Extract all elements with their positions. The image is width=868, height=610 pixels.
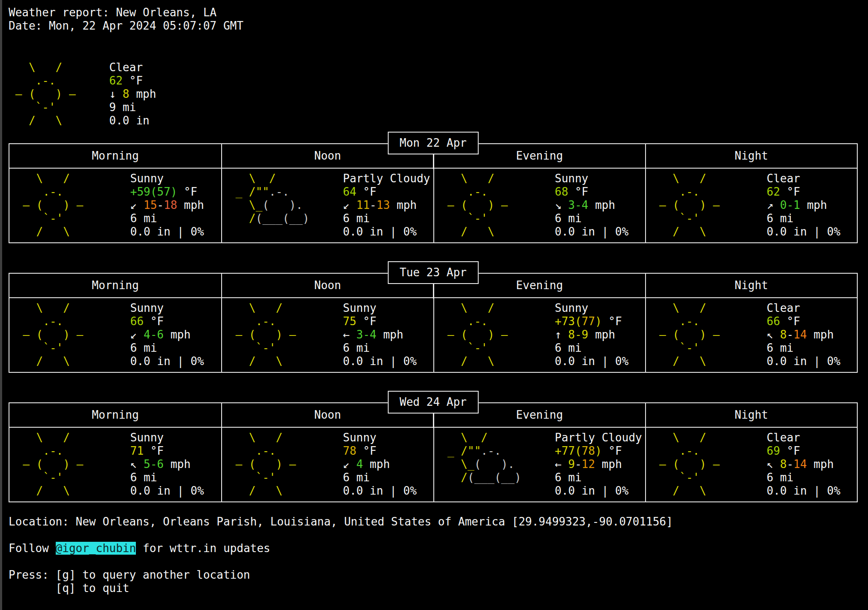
date-box: Mon 22 Apr [387, 132, 479, 154]
follow-suffix: for wttr.in updates [136, 542, 270, 555]
text-segment: 0.0 in | 0% [343, 355, 417, 368]
colored-text-segment: 8-9 [568, 328, 589, 341]
text-segment: Clear [766, 172, 800, 185]
press-instructions: Press: [g] to query another location [q]… [9, 568, 858, 595]
colored-text-segment: 3-4 [356, 328, 376, 341]
text-segment: ↗ [766, 199, 780, 211]
colored-text-segment: 75 [343, 315, 356, 328]
colored-text-segment: .-. [441, 315, 488, 328]
colored-text-segment: / \ [229, 355, 282, 368]
text-segment: Partly Cloudy [343, 172, 430, 185]
colored-text-segment: / \ [16, 225, 70, 238]
text-segment: Partly Cloudy [555, 431, 642, 444]
text-segment: ↙ [130, 328, 144, 341]
wind-text: ↙ 4-6 mph [130, 328, 204, 341]
colored-text-segment: _ /"" [441, 444, 481, 457]
text-segment: 6 mi [766, 341, 793, 354]
sun-art: \ / .-. ― ( ) ― `-' / \ [646, 172, 767, 239]
weather-info: Clear62 °F↗ 0-1 mph6 mi0.0 in | 0% [766, 172, 840, 239]
colored-text-segment: ― ( ) ― [16, 328, 84, 341]
text-segment: 9 mi [109, 101, 136, 114]
text-segment: 0.0 in | 0% [130, 225, 204, 238]
temperature-text: 66 °F [766, 315, 840, 328]
colored-text-segment: 11 [356, 199, 369, 211]
colored-text-segment: 8 [780, 328, 787, 341]
partly-cloudy-art: \ / _ /"".-. \_( ). /(___(__) [222, 172, 343, 239]
temperature-text: 78 °F [343, 444, 417, 458]
colored-text-segment: `-' [9, 101, 56, 114]
colored-text-segment: \ / [652, 302, 706, 314]
text-segment: 0.0 in | 0% [130, 484, 204, 497]
text-segment: ↓ [109, 88, 123, 100]
text-segment: 6 mi [343, 212, 370, 225]
text-segment: Sunny [555, 302, 588, 314]
text-segment: 6 mi [130, 341, 157, 354]
precipitation-text: 0.0 in | 0% [343, 484, 417, 498]
weather-info: Partly Cloudy64 °F↙ 11-13 mph6 mi0.0 in … [343, 172, 430, 239]
text-segment: mph [589, 199, 616, 211]
text-segment: mph [164, 458, 191, 471]
forecast-cell-noon: \ / _ /"".-. \_( ). /(___(__) Partly Clo… [221, 169, 433, 242]
colored-text-segment: 18 [164, 199, 177, 211]
wind-text: ↖ 5-6 mph [130, 458, 204, 471]
colored-text-segment: 14 [793, 328, 807, 341]
visibility-text: 6 mi [130, 471, 204, 484]
text-segment: 0.0 in | 0% [766, 484, 840, 497]
location-line: Location: New Orleans, Orleans Parish, L… [9, 515, 858, 528]
terminal-scrollbar[interactable] [0, 0, 2, 610]
temperature-text: +59(57) °F [130, 185, 204, 199]
colored-text-segment: ― ( ) ― [16, 199, 84, 211]
colored-text-segment: .-. [441, 185, 488, 198]
colored-text-segment: \ / [16, 431, 70, 444]
press-query-line: Press: [g] to query another location [9, 568, 858, 582]
text-segment: - [370, 199, 377, 211]
colored-text-segment: \ / [9, 61, 62, 74]
colored-text-segment: ― ( ) ― [229, 328, 296, 341]
text-segment: 0.0 in | 0% [555, 225, 628, 238]
text-segment: 0.0 in | 0% [130, 355, 204, 368]
text-segment: 6 mi [130, 471, 157, 484]
text-segment: ↖ [130, 458, 144, 471]
text-segment: Sunny [343, 302, 376, 314]
colored-text-segment: \ / [441, 172, 494, 185]
text-segment: 6 mi [766, 212, 793, 225]
text-segment: °F [144, 315, 164, 328]
text-segment: °F [144, 444, 164, 457]
colored-text-segment: ( ). [262, 199, 303, 211]
colored-text-segment: 69 [766, 444, 780, 457]
precipitation-text: 0.0 in | 0% [343, 355, 417, 368]
colored-text-segment: `-' [229, 341, 276, 354]
colored-text-segment: 68 [555, 185, 568, 198]
visibility-text: 6 mi [343, 471, 417, 484]
colored-text-segment: ( ). [474, 458, 514, 471]
visibility-text: 6 mi [130, 212, 204, 225]
wind-text: ↙ 15-18 mph [130, 199, 204, 212]
colored-text-segment: / \ [441, 225, 494, 238]
text-segment: ↙ [343, 199, 356, 211]
colored-text-segment: \ / [16, 172, 70, 185]
date-box-stem [433, 154, 434, 169]
weather-info: Clear69 °F↖ 8-14 mph6 mi0.0 in | 0% [766, 431, 840, 498]
sun-art: \ / .-. ― ( ) ― `-' / \ [222, 431, 343, 498]
text-segment: 6 mi [766, 471, 793, 484]
colored-text-segment: / \ [652, 484, 706, 497]
text-segment: - [787, 328, 793, 341]
colored-text-segment: .-. [652, 185, 700, 198]
text-segment: ↖ [766, 458, 780, 471]
colored-text-segment: / [229, 212, 256, 225]
forecast-cell-noon: \ / .-. ― ( ) ― `-' / \ Sunny78 °F↙ 4 mp… [221, 428, 433, 501]
temperature-text: 62 °F [109, 74, 156, 88]
igor-chubin-handle[interactable]: @igor_chubin [56, 542, 136, 555]
text-segment: Clear [766, 431, 800, 444]
sun-art: \ / .-. ― ( ) ― `-' / \ [222, 302, 343, 368]
sun-art: \ / .-. ― ( ) ― `-' / \ [9, 61, 109, 127]
colored-text-segment: 12 [582, 458, 595, 471]
colored-text-segment: ― ( ) ― [441, 199, 508, 211]
text-segment: mph [363, 458, 390, 471]
colored-text-segment: \ / [441, 302, 494, 314]
colored-text-segment: +59(57) [130, 185, 177, 198]
condition-text: Clear [766, 172, 840, 185]
visibility-text: 6 mi [130, 341, 204, 355]
weather-info: Sunny75 °F← 3-4 mph6 mi0.0 in | 0% [343, 302, 417, 368]
follow-line: Follow @igor_chubin for wttr.in updates [9, 542, 858, 555]
